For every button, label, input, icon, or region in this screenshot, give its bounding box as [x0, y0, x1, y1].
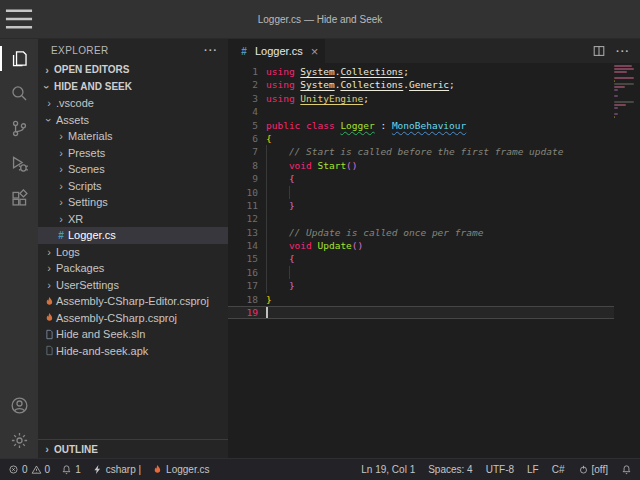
tree-item-packages[interactable]: ›Packages — [38, 260, 228, 277]
code-lines: 1using System.Collections;2using System.… — [228, 65, 614, 458]
text-cursor — [266, 307, 268, 318]
activity-source-control[interactable] — [0, 111, 38, 146]
activity-run-debug[interactable] — [0, 146, 38, 181]
tree-item-scenes[interactable]: ›Scenes — [38, 161, 228, 178]
activity-search[interactable] — [0, 76, 38, 111]
tab-bar: # Logger.cs × ··· — [228, 39, 640, 63]
notifications[interactable] — [621, 464, 632, 475]
tree-item-label: .vscode — [56, 97, 94, 109]
code-line-7: 7 // Start is called before the first fr… — [228, 145, 614, 158]
code-editor[interactable]: 1using System.Collections;2using System.… — [228, 63, 640, 458]
unity-language-indicator-text: csharp | — [106, 464, 141, 475]
code-line-1: 1using System.Collections; — [228, 65, 614, 78]
editor-more-icon[interactable]: ··· — [616, 45, 630, 57]
code-line-4: 4 — [228, 105, 614, 118]
line-number: 15 — [228, 252, 258, 265]
tree-item-logger-cs[interactable]: #Logger.cs — [38, 227, 228, 244]
code-line-12: 12 — [228, 212, 614, 225]
tree-item-assets[interactable]: ›Assets — [38, 112, 228, 129]
chevron-right-icon: › — [54, 213, 68, 225]
section-workspace[interactable]: › HIDE AND SEEK — [38, 78, 228, 95]
cursor-position[interactable]: Ln 19, Col 1 — [361, 464, 415, 475]
activity-explorer[interactable] — [0, 41, 38, 76]
chevron-down-icon: › — [40, 81, 54, 93]
eol[interactable]: LF — [527, 464, 539, 475]
tree-item-label: Presets — [68, 147, 105, 159]
csproj-file-icon — [42, 296, 56, 307]
menu-icon[interactable] — [0, 0, 38, 38]
editor-area: # Logger.cs × ··· 1using System.Collecti… — [228, 39, 640, 458]
problems-indicator[interactable]: 00 — [8, 464, 50, 475]
code-line-6: 6{ — [228, 132, 614, 145]
tab-logger-cs[interactable]: # Logger.cs × — [228, 39, 325, 63]
code-line-19: 19 — [228, 306, 614, 319]
eol-text: LF — [527, 464, 539, 475]
chevron-right-icon: › — [40, 443, 54, 455]
line-number: 9 — [228, 172, 258, 185]
code-line-16: 16 — [228, 266, 614, 279]
chevron-right-icon: › — [54, 180, 68, 192]
tree-item-scripts[interactable]: ›Scripts — [38, 178, 228, 195]
mode-toggle[interactable]: [off] — [578, 464, 609, 475]
tree-item-hide-and-seek-apk[interactable]: Hide-and-seek.apk — [38, 343, 228, 360]
chevron-right-icon: › — [54, 196, 68, 208]
tree-item-xr[interactable]: ›XR — [38, 211, 228, 228]
status-bar: 001csharp |Logger.cs Ln 19, Col 1Spaces:… — [0, 458, 640, 480]
alert-count-text: 1 — [75, 464, 81, 475]
tree-item-logs[interactable]: ›Logs — [38, 244, 228, 261]
line-number: 5 — [228, 119, 258, 132]
line-number: 10 — [228, 186, 258, 199]
tree-item-hide-and-seek-sln[interactable]: Hide and Seek.sln — [38, 326, 228, 343]
line-number: 19 — [228, 306, 258, 319]
csharp-file-icon: # — [237, 46, 251, 57]
files-icon — [10, 49, 29, 68]
warning-icon — [31, 464, 42, 475]
tree-item-label: Assets — [56, 114, 89, 126]
code-line-9: 9 { — [228, 172, 614, 185]
tree-item-assembly-csharp-editor-csproj[interactable]: Assembly-CSharp-Editor.csproj — [38, 293, 228, 310]
explorer-more-icon[interactable]: ··· — [204, 44, 218, 56]
tree-item-label: Logger.cs — [68, 229, 116, 241]
tree-item-vscode[interactable]: ›.vscode — [38, 95, 228, 112]
line-number: 2 — [228, 78, 258, 91]
line-number: 14 — [228, 239, 258, 252]
activity-extensions[interactable] — [0, 181, 38, 216]
alert-count[interactable]: 1 — [61, 464, 81, 475]
unity-language-indicator[interactable]: csharp | — [92, 464, 141, 475]
unity-active-file[interactable]: Logger.cs — [152, 464, 209, 475]
run-debug-icon — [10, 154, 29, 173]
language-mode-text: C# — [552, 464, 565, 475]
line-number: 8 — [228, 159, 258, 172]
encoding[interactable]: UTF-8 — [486, 464, 514, 475]
extensions-icon — [10, 189, 29, 208]
sidebar-title: EXPLORER — [51, 45, 109, 56]
tree-item-label: Logs — [56, 246, 80, 258]
tree-item-materials[interactable]: ›Materials — [38, 128, 228, 145]
close-icon[interactable]: × — [311, 45, 319, 58]
language-mode[interactable]: C# — [552, 464, 565, 475]
line-number: 1 — [228, 65, 258, 78]
title-bar: Logger.cs — Hide and Seek — [0, 0, 640, 39]
code-line-11: 11 } — [228, 199, 614, 212]
tree-item-label: UserSettings — [56, 279, 119, 291]
code-line-10: 10 — [228, 186, 614, 199]
tab-label: Logger.cs — [255, 45, 303, 57]
flame-icon — [152, 464, 163, 475]
minimap[interactable] — [614, 65, 636, 122]
power-icon — [578, 464, 589, 475]
bell-icon — [61, 464, 72, 475]
section-outline[interactable]: › OUTLINE — [38, 439, 228, 458]
tree-item-label: Hide-and-seek.apk — [56, 345, 148, 357]
tree-item-assembly-csharp-csproj[interactable]: Assembly-CSharp.csproj — [38, 310, 228, 327]
split-editor-icon[interactable] — [592, 44, 606, 58]
activity-settings[interactable] — [0, 423, 38, 458]
tree-item-label: XR — [68, 213, 83, 225]
activity-account[interactable] — [0, 388, 38, 423]
tree-item-presets[interactable]: ›Presets — [38, 145, 228, 162]
code-line-8: 8 void Start() — [228, 159, 614, 172]
tree-item-usersettings[interactable]: ›UserSettings — [38, 277, 228, 294]
line-number: 11 — [228, 199, 258, 212]
tree-item-settings[interactable]: ›Settings — [38, 194, 228, 211]
section-open-editors[interactable]: › OPEN EDITORS — [38, 61, 228, 78]
indentation[interactable]: Spaces: 4 — [428, 464, 472, 475]
